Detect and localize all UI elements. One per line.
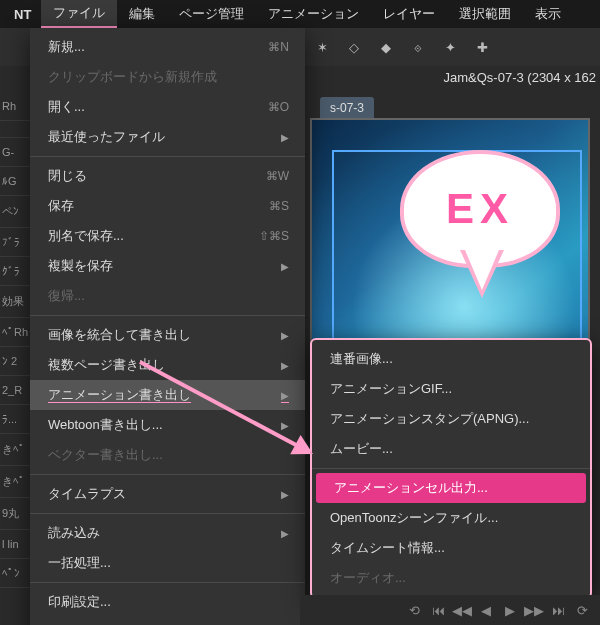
left-sidebar: RhG-ﾙGペﾝﾌﾞﾗｸﾞﾗ効果ﾍﾟRhﾝ 22_Rﾗ...きﾍﾟきﾍﾟ9丸l … xyxy=(0,92,30,625)
menu-item-label: 画像を統合して書き出し xyxy=(48,326,191,344)
menu-item[interactable]: 別名で保存...⇧⌘S xyxy=(30,221,305,251)
menu-item-label: クリップボードから新規作成 xyxy=(48,68,217,86)
submenu-item[interactable]: アニメーションスタンプ(APNG)... xyxy=(312,404,590,434)
submenu-item: オーディオ... xyxy=(312,563,590,593)
submenu-item-label: アニメーションGIF... xyxy=(330,380,452,398)
menu-shortcut: ⌘O xyxy=(268,100,289,114)
menu-item[interactable]: 開く...⌘O xyxy=(30,92,305,122)
bucket-icon[interactable]: ◆ xyxy=(374,35,398,59)
menu-item-label: 複製を保存 xyxy=(48,257,113,275)
menu-item-label: 保存 xyxy=(48,197,74,215)
submenu-item-label: 連番画像... xyxy=(330,350,393,368)
sidebar-item[interactable]: きﾍﾟ xyxy=(0,466,30,498)
menu-item-label: Webtoon書き出し... xyxy=(48,416,163,434)
submenu-arrow-icon: ▶ xyxy=(281,489,289,500)
menu-selection[interactable]: 選択範囲 xyxy=(447,0,523,28)
sidebar-item[interactable]: 効果 xyxy=(0,286,30,318)
sidebar-item[interactable]: ﾝ 2 xyxy=(0,347,30,376)
menu-item[interactable]: 画像を統合して書き出し▶ xyxy=(30,320,305,350)
menu-item[interactable]: 複製を保存▶ xyxy=(30,251,305,281)
menu-item[interactable]: 閉じる⌘W xyxy=(30,161,305,191)
menu-item-label: 復帰... xyxy=(48,287,85,305)
sidebar-item[interactable]: l lin xyxy=(0,530,30,559)
menu-item-label: タイムラプス xyxy=(48,485,126,503)
menu-item[interactable]: 一括処理... xyxy=(30,548,305,578)
menu-item-label: 読み込み xyxy=(48,524,100,542)
playback-bar: ⟲⏮◀◀◀▶▶▶⏭⟳ xyxy=(300,595,600,625)
playback-button[interactable]: ◀ xyxy=(476,603,496,618)
loading-icon[interactable]: ✶ xyxy=(310,35,334,59)
menu-separator xyxy=(312,468,590,469)
submenu-item[interactable]: タイムシート情報... xyxy=(312,533,590,563)
submenu-item-label: ムービー... xyxy=(330,440,393,458)
menu-item-label: 一括処理... xyxy=(48,554,111,572)
app-name: NT xyxy=(4,7,41,22)
animation-export-submenu: 連番画像...アニメーションGIF...アニメーションスタンプ(APNG)...… xyxy=(310,338,592,599)
sidebar-item[interactable]: ﾍﾟﾝ xyxy=(0,559,30,588)
menu-item-label: 印刷設定... xyxy=(48,593,111,611)
sparkle-icon[interactable]: ✦ xyxy=(438,35,462,59)
sidebar-item[interactable]: ﾙG xyxy=(0,167,30,196)
sidebar-item[interactable] xyxy=(0,121,30,138)
menu-item-label: アニメーション書き出し xyxy=(48,386,191,404)
menu-item: ベクター書き出し... xyxy=(30,440,305,470)
menu-file[interactable]: ファイル xyxy=(41,0,117,28)
sidebar-item[interactable]: ﾗ... xyxy=(0,405,30,434)
playback-button[interactable]: ⟳ xyxy=(572,603,592,618)
submenu-item[interactable]: OpenToonzシーンファイル... xyxy=(312,503,590,533)
sidebar-item[interactable]: ｸﾞﾗ xyxy=(0,257,30,286)
submenu-item-label: タイムシート情報... xyxy=(330,539,445,557)
sidebar-item[interactable]: ﾍﾟRh xyxy=(0,318,30,347)
document-info: Jam&Qs-07-3 (2304 x 162 xyxy=(444,70,596,85)
ex-bubble-text: EX xyxy=(446,185,514,233)
menu-item-label: 新規... xyxy=(48,38,85,56)
sidebar-item[interactable]: 9丸 xyxy=(0,498,30,530)
submenu-item[interactable]: 連番画像... xyxy=(312,344,590,374)
menu-item: 復帰... xyxy=(30,281,305,311)
playback-button[interactable]: ◀◀ xyxy=(452,603,472,618)
menu-separator xyxy=(30,582,305,583)
playback-button[interactable]: ⏭ xyxy=(548,603,568,618)
playback-button[interactable]: ▶ xyxy=(500,603,520,618)
submenu-arrow-icon: ▶ xyxy=(281,420,289,431)
submenu-item[interactable]: アニメーションセル出力... xyxy=(316,473,586,503)
menu-item[interactable]: 新規...⌘N xyxy=(30,32,305,62)
submenu-item[interactable]: アニメーションGIF... xyxy=(312,374,590,404)
crop-icon[interactable]: ⟐ xyxy=(406,35,430,59)
sidebar-item[interactable]: G- xyxy=(0,138,30,167)
menu-item[interactable]: 印刷...⌘P xyxy=(30,617,305,625)
sidebar-item[interactable]: Rh xyxy=(0,92,30,121)
menu-view[interactable]: 表示 xyxy=(523,0,573,28)
document-tab[interactable]: s-07-3 xyxy=(320,97,374,119)
menu-item[interactable]: タイムラプス▶ xyxy=(30,479,305,509)
menu-item-label: 最近使ったファイル xyxy=(48,128,165,146)
menu-separator xyxy=(30,315,305,316)
shape-icon[interactable]: ◇ xyxy=(342,35,366,59)
playback-button[interactable]: ⏮ xyxy=(428,603,448,618)
menu-item: クリップボードから新規作成 xyxy=(30,62,305,92)
sidebar-item[interactable]: ペﾝ xyxy=(0,196,30,228)
menu-item-label: 別名で保存... xyxy=(48,227,124,245)
ex-bubble-tail-inner xyxy=(465,250,499,290)
submenu-arrow-icon: ▶ xyxy=(281,528,289,539)
menu-separator xyxy=(30,513,305,514)
submenu-arrow-icon: ▶ xyxy=(281,390,289,401)
sidebar-item[interactable]: 2_R xyxy=(0,376,30,405)
menu-layer[interactable]: レイヤー xyxy=(371,0,447,28)
menu-item[interactable]: 保存⌘S xyxy=(30,191,305,221)
menu-animation[interactable]: アニメーション xyxy=(256,0,371,28)
menu-item[interactable]: 最近使ったファイル▶ xyxy=(30,122,305,152)
menu-item[interactable]: アニメーション書き出し▶ xyxy=(30,380,305,410)
menu-item[interactable]: 読み込み▶ xyxy=(30,518,305,548)
menu-edit[interactable]: 編集 xyxy=(117,0,167,28)
wrench-icon[interactable]: ✚ xyxy=(470,35,494,59)
sidebar-item[interactable]: きﾍﾟ xyxy=(0,434,30,466)
menu-shortcut: ⌘W xyxy=(266,169,289,183)
submenu-item[interactable]: ムービー... xyxy=(312,434,590,464)
playback-button[interactable]: ▶▶ xyxy=(524,603,544,618)
menu-page[interactable]: ページ管理 xyxy=(167,0,256,28)
sidebar-item[interactable]: ﾌﾞﾗ xyxy=(0,228,30,257)
menu-separator xyxy=(30,156,305,157)
menu-item[interactable]: 印刷設定... xyxy=(30,587,305,617)
playback-button[interactable]: ⟲ xyxy=(404,603,424,618)
